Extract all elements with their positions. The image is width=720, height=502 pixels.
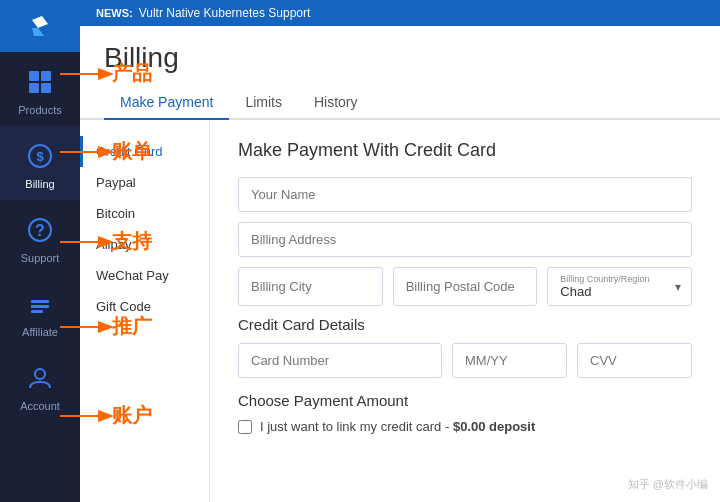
left-nav: Credit Card Paypal Bitcoin Alipay WeChat… <box>80 120 210 502</box>
card-number-input[interactable] <box>238 343 442 378</box>
link-card-label: I just want to link my credit card - $0.… <box>260 419 535 434</box>
news-label: NEWS: <box>96 7 133 19</box>
link-card-checkbox[interactable] <box>238 420 252 434</box>
sidebar-item-affiliate-label: Affiliate <box>22 326 58 338</box>
news-text: Vultr Native Kubernetes Support <box>139 6 311 20</box>
svg-rect-4 <box>41 71 51 81</box>
city-postal-country-row: Billing Country/Region Chad ▾ <box>238 267 692 306</box>
tab-history[interactable]: History <box>298 86 374 120</box>
content-area: Credit Card Paypal Bitcoin Alipay WeChat… <box>80 120 720 502</box>
svg-rect-6 <box>41 83 51 93</box>
sidebar-item-support-label: Support <box>21 252 60 264</box>
billing-city-input[interactable] <box>238 267 383 306</box>
sidebar-item-affiliate[interactable]: Affiliate <box>0 274 80 348</box>
svg-rect-12 <box>31 305 49 308</box>
svg-text:?: ? <box>35 222 45 239</box>
products-icon <box>24 66 56 98</box>
sidebar-item-support[interactable]: ? Support <box>0 200 80 274</box>
tabs: Make Payment Limits History <box>80 86 720 120</box>
your-name-input[interactable] <box>238 177 692 212</box>
cvv-input[interactable] <box>577 343 692 378</box>
billing-address-input[interactable] <box>238 222 692 257</box>
affiliate-icon <box>24 288 56 320</box>
nav-item-bitcoin[interactable]: Bitcoin <box>80 198 209 229</box>
nav-item-alipay[interactable]: Alipay <box>80 229 209 260</box>
tab-make-payment[interactable]: Make Payment <box>104 86 229 120</box>
sidebar-item-products[interactable]: Products <box>0 52 80 126</box>
link-card-row: I just want to link my credit card - $0.… <box>238 419 692 434</box>
card-details-title: Credit Card Details <box>238 316 692 333</box>
billing-country-select[interactable]: Billing Country/Region Chad ▾ <box>547 267 692 306</box>
sidebar-item-account-label: Account <box>20 400 60 412</box>
sidebar-logo <box>0 0 80 52</box>
nav-item-paypal[interactable]: Paypal <box>80 167 209 198</box>
main-content: NEWS: Vultr Native Kubernetes Support Bi… <box>80 0 720 502</box>
address-group <box>238 222 692 257</box>
svg-rect-5 <box>29 83 39 93</box>
nav-item-credit-card[interactable]: Credit Card <box>80 136 209 167</box>
billing-postal-input[interactable] <box>393 267 538 306</box>
svg-rect-3 <box>29 71 39 81</box>
billing-icon: $ <box>24 140 56 172</box>
svg-rect-13 <box>31 310 43 313</box>
sidebar-item-billing-label: Billing <box>25 178 54 190</box>
name-group <box>238 177 692 212</box>
svg-point-14 <box>35 369 45 379</box>
country-box-label: Billing Country/Region <box>560 274 679 284</box>
form-section-title: Make Payment With Credit Card <box>238 140 692 161</box>
svg-rect-11 <box>31 300 49 303</box>
sidebar-item-account[interactable]: Account <box>0 348 80 422</box>
card-details-row <box>238 343 692 378</box>
tab-limits[interactable]: Limits <box>229 86 298 120</box>
nav-item-gift-code[interactable]: Gift Code <box>80 291 209 322</box>
nav-item-wechat-pay[interactable]: WeChat Pay <box>80 260 209 291</box>
sidebar: Products $ Billing ? Support <box>0 0 80 502</box>
support-icon: ? <box>24 214 56 246</box>
page-header: Billing <box>80 26 720 86</box>
svg-text:$: $ <box>36 149 44 164</box>
mm-yy-input[interactable] <box>452 343 567 378</box>
chevron-down-icon: ▾ <box>675 280 681 294</box>
sidebar-item-billing[interactable]: $ Billing <box>0 126 80 200</box>
account-icon <box>24 362 56 394</box>
payment-amount-title: Choose Payment Amount <box>238 392 692 409</box>
page-title: Billing <box>104 42 696 74</box>
payment-amount-section: Choose Payment Amount I just want to lin… <box>238 392 692 434</box>
country-box-value: Chad <box>560 284 679 299</box>
sidebar-item-products-label: Products <box>18 104 61 116</box>
payment-form: Make Payment With Credit Card Billing Co… <box>210 120 720 502</box>
top-bar: NEWS: Vultr Native Kubernetes Support <box>80 0 720 26</box>
